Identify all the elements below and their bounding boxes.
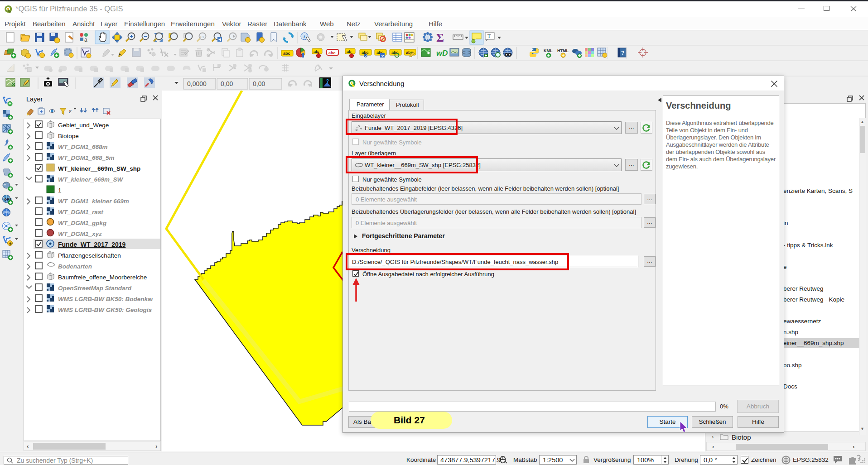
svg-text:T: T bbox=[487, 33, 491, 39]
svg-text:ε: ε bbox=[69, 108, 72, 115]
svg-text:a: a bbox=[84, 37, 87, 43]
svg-text:Σ: Σ bbox=[436, 31, 444, 44]
svg-text:✱: ✱ bbox=[9, 242, 12, 246]
svg-text:0,00: 0,00 bbox=[253, 80, 265, 87]
svg-text:0,0000: 0,0000 bbox=[187, 80, 207, 87]
svg-text:?: ? bbox=[621, 50, 624, 56]
svg-text:HTML: HTML bbox=[557, 48, 569, 53]
svg-text:ab: ab bbox=[313, 49, 318, 54]
svg-text:wD: wD bbox=[436, 49, 448, 58]
svg-text:ab: ab bbox=[347, 49, 352, 54]
svg-text:KML: KML bbox=[544, 48, 553, 53]
svg-text:0,00: 0,00 bbox=[221, 80, 233, 87]
svg-text:?: ? bbox=[326, 79, 329, 84]
svg-text:1:1: 1:1 bbox=[200, 35, 204, 38]
svg-text:abc: abc bbox=[328, 51, 336, 55]
